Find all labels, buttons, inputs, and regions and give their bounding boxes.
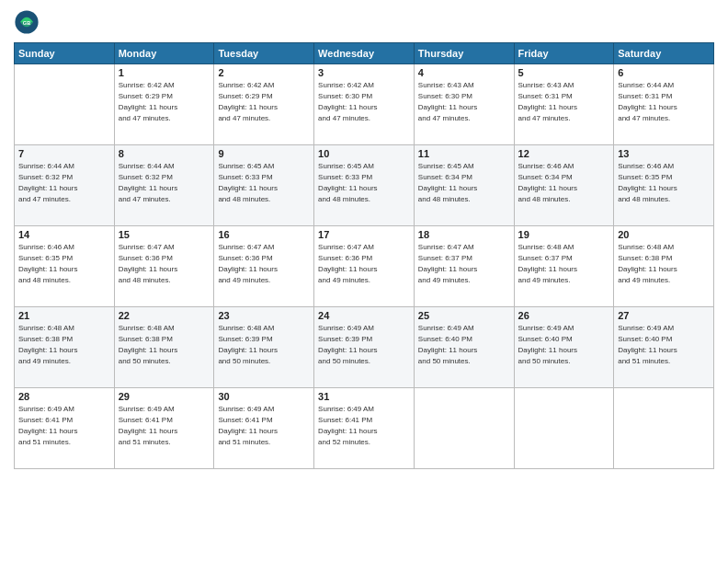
- day-cell: 18Sunrise: 6:47 AM Sunset: 6:37 PM Dayli…: [414, 226, 514, 307]
- col-header-thursday: Thursday: [414, 43, 514, 64]
- day-number: 9: [218, 148, 310, 159]
- day-cell: 12Sunrise: 6:46 AM Sunset: 6:34 PM Dayli…: [514, 145, 614, 226]
- day-cell: 3Sunrise: 6:42 AM Sunset: 6:30 PM Daylig…: [314, 64, 415, 145]
- day-info: Sunrise: 6:44 AM Sunset: 6:32 PM Dayligh…: [18, 161, 110, 205]
- logo-icon: GB: [14, 9, 40, 35]
- day-cell: 31Sunrise: 6:49 AM Sunset: 6:41 PM Dayli…: [314, 388, 415, 469]
- day-cell: 22Sunrise: 6:48 AM Sunset: 6:38 PM Dayli…: [114, 307, 214, 388]
- col-header-wednesday: Wednesday: [314, 43, 415, 64]
- day-cell: 9Sunrise: 6:45 AM Sunset: 6:33 PM Daylig…: [214, 145, 314, 226]
- week-row-3: 14Sunrise: 6:46 AM Sunset: 6:35 PM Dayli…: [15, 226, 714, 307]
- day-cell: 11Sunrise: 6:45 AM Sunset: 6:34 PM Dayli…: [414, 145, 514, 226]
- day-number: 21: [18, 310, 110, 321]
- day-cell: 4Sunrise: 6:43 AM Sunset: 6:30 PM Daylig…: [414, 64, 514, 145]
- col-header-sunday: Sunday: [15, 43, 115, 64]
- day-info: Sunrise: 6:49 AM Sunset: 6:40 PM Dayligh…: [618, 323, 710, 367]
- day-cell: 5Sunrise: 6:43 AM Sunset: 6:31 PM Daylig…: [514, 64, 614, 145]
- day-info: Sunrise: 6:49 AM Sunset: 6:41 PM Dayligh…: [119, 404, 210, 448]
- day-cell: 13Sunrise: 6:46 AM Sunset: 6:35 PM Dayli…: [614, 145, 714, 226]
- week-row-1: 1Sunrise: 6:42 AM Sunset: 6:29 PM Daylig…: [15, 64, 714, 145]
- day-cell: 15Sunrise: 6:47 AM Sunset: 6:36 PM Dayli…: [114, 226, 214, 307]
- calendar-table: SundayMondayTuesdayWednesdayThursdayFrid…: [14, 42, 714, 469]
- day-info: Sunrise: 6:48 AM Sunset: 6:39 PM Dayligh…: [218, 323, 310, 367]
- day-cell: 24Sunrise: 6:49 AM Sunset: 6:39 PM Dayli…: [314, 307, 415, 388]
- svg-text:GB: GB: [23, 20, 30, 26]
- day-info: Sunrise: 6:48 AM Sunset: 6:38 PM Dayligh…: [119, 323, 210, 367]
- day-number: 2: [218, 67, 310, 78]
- week-row-2: 7Sunrise: 6:44 AM Sunset: 6:32 PM Daylig…: [15, 145, 714, 226]
- day-cell: [414, 388, 514, 469]
- day-info: Sunrise: 6:42 AM Sunset: 6:30 PM Dayligh…: [318, 80, 410, 124]
- day-cell: 6Sunrise: 6:44 AM Sunset: 6:31 PM Daylig…: [614, 64, 714, 145]
- col-header-friday: Friday: [514, 43, 614, 64]
- day-number: 1: [119, 67, 210, 78]
- day-number: 13: [618, 148, 710, 159]
- day-info: Sunrise: 6:47 AM Sunset: 6:36 PM Dayligh…: [318, 242, 410, 286]
- day-cell: 7Sunrise: 6:44 AM Sunset: 6:32 PM Daylig…: [15, 145, 115, 226]
- day-cell: [514, 388, 614, 469]
- day-info: Sunrise: 6:43 AM Sunset: 6:30 PM Dayligh…: [418, 80, 510, 124]
- day-number: 18: [418, 229, 510, 240]
- day-number: 16: [218, 229, 310, 240]
- day-cell: 25Sunrise: 6:49 AM Sunset: 6:40 PM Dayli…: [414, 307, 514, 388]
- day-info: Sunrise: 6:47 AM Sunset: 6:36 PM Dayligh…: [218, 242, 310, 286]
- day-number: 22: [119, 310, 210, 321]
- day-number: 31: [318, 391, 410, 402]
- col-header-saturday: Saturday: [614, 43, 714, 64]
- col-header-tuesday: Tuesday: [214, 43, 314, 64]
- day-number: 3: [318, 67, 410, 78]
- day-cell: 19Sunrise: 6:48 AM Sunset: 6:37 PM Dayli…: [514, 226, 614, 307]
- day-cell: 14Sunrise: 6:46 AM Sunset: 6:35 PM Dayli…: [15, 226, 115, 307]
- day-cell: 21Sunrise: 6:48 AM Sunset: 6:38 PM Dayli…: [15, 307, 115, 388]
- day-cell: 27Sunrise: 6:49 AM Sunset: 6:40 PM Dayli…: [614, 307, 714, 388]
- day-cell: 17Sunrise: 6:47 AM Sunset: 6:36 PM Dayli…: [314, 226, 415, 307]
- day-cell: 20Sunrise: 6:48 AM Sunset: 6:38 PM Dayli…: [614, 226, 714, 307]
- day-info: Sunrise: 6:47 AM Sunset: 6:36 PM Dayligh…: [119, 242, 210, 286]
- col-header-monday: Monday: [114, 43, 214, 64]
- day-info: Sunrise: 6:49 AM Sunset: 6:39 PM Dayligh…: [318, 323, 410, 367]
- day-number: 30: [218, 391, 310, 402]
- day-number: 24: [318, 310, 410, 321]
- day-number: 20: [618, 229, 710, 240]
- day-number: 26: [518, 310, 610, 321]
- day-cell: 28Sunrise: 6:49 AM Sunset: 6:41 PM Dayli…: [15, 388, 115, 469]
- day-info: Sunrise: 6:46 AM Sunset: 6:35 PM Dayligh…: [618, 161, 710, 205]
- day-cell: 2Sunrise: 6:42 AM Sunset: 6:29 PM Daylig…: [214, 64, 314, 145]
- day-cell: 23Sunrise: 6:48 AM Sunset: 6:39 PM Dayli…: [214, 307, 314, 388]
- day-info: Sunrise: 6:45 AM Sunset: 6:33 PM Dayligh…: [218, 161, 310, 205]
- day-cell: [614, 388, 714, 469]
- day-info: Sunrise: 6:42 AM Sunset: 6:29 PM Dayligh…: [218, 80, 310, 124]
- day-number: 4: [418, 67, 510, 78]
- day-info: Sunrise: 6:47 AM Sunset: 6:37 PM Dayligh…: [418, 242, 510, 286]
- day-cell: 26Sunrise: 6:49 AM Sunset: 6:40 PM Dayli…: [514, 307, 614, 388]
- day-cell: 16Sunrise: 6:47 AM Sunset: 6:36 PM Dayli…: [214, 226, 314, 307]
- day-info: Sunrise: 6:44 AM Sunset: 6:31 PM Dayligh…: [618, 80, 710, 124]
- day-info: Sunrise: 6:49 AM Sunset: 6:40 PM Dayligh…: [518, 323, 610, 367]
- day-number: 11: [418, 148, 510, 159]
- week-row-4: 21Sunrise: 6:48 AM Sunset: 6:38 PM Dayli…: [15, 307, 714, 388]
- day-cell: 10Sunrise: 6:45 AM Sunset: 6:33 PM Dayli…: [314, 145, 415, 226]
- day-number: 28: [18, 391, 110, 402]
- day-number: 8: [119, 148, 210, 159]
- header-row: SundayMondayTuesdayWednesdayThursdayFrid…: [15, 43, 714, 64]
- day-info: Sunrise: 6:48 AM Sunset: 6:37 PM Dayligh…: [518, 242, 610, 286]
- header: GB: [14, 9, 714, 35]
- page: GB SundayMondayTuesdayWednesdayThursdayF…: [0, 0, 728, 563]
- day-info: Sunrise: 6:49 AM Sunset: 6:41 PM Dayligh…: [218, 404, 310, 448]
- day-info: Sunrise: 6:44 AM Sunset: 6:32 PM Dayligh…: [119, 161, 210, 205]
- day-number: 15: [119, 229, 210, 240]
- day-info: Sunrise: 6:43 AM Sunset: 6:31 PM Dayligh…: [518, 80, 610, 124]
- day-info: Sunrise: 6:42 AM Sunset: 6:29 PM Dayligh…: [119, 80, 210, 124]
- day-number: 14: [18, 229, 110, 240]
- day-number: 12: [518, 148, 610, 159]
- day-info: Sunrise: 6:48 AM Sunset: 6:38 PM Dayligh…: [18, 323, 110, 367]
- day-number: 29: [119, 391, 210, 402]
- day-number: 7: [18, 148, 110, 159]
- day-info: Sunrise: 6:46 AM Sunset: 6:35 PM Dayligh…: [18, 242, 110, 286]
- day-number: 19: [518, 229, 610, 240]
- day-cell: 1Sunrise: 6:42 AM Sunset: 6:29 PM Daylig…: [114, 64, 214, 145]
- day-number: 6: [618, 67, 710, 78]
- day-info: Sunrise: 6:49 AM Sunset: 6:41 PM Dayligh…: [318, 404, 410, 448]
- day-cell: 8Sunrise: 6:44 AM Sunset: 6:32 PM Daylig…: [114, 145, 214, 226]
- day-cell: [15, 64, 115, 145]
